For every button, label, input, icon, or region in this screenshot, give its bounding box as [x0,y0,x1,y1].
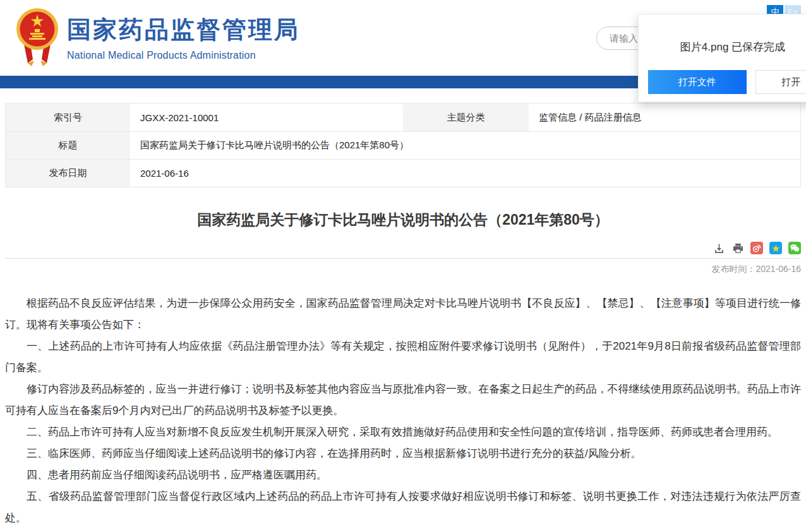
title-value: 国家药监局关于修订卡比马唑片说明书的公告（2021年第80号） [130,131,800,159]
index-number-value: JGXX-2021-10001 [130,103,403,131]
print-icon[interactable] [731,242,744,254]
divider-line [5,258,801,259]
main-content: 索引号 JGXX-2021-10001 主题分类 监管信息 / 药品注册信息 标… [0,103,806,532]
paragraph-item-1-cont: 修订内容涉及药品标签的，应当一并进行修订；说明书及标签其他内容应当与原批准内容一… [5,379,801,422]
topic-category-value: 监管信息 / 药品注册信息 [529,103,800,131]
site-brand: 国家药品监督管理局 National Medical Products Admi… [67,14,300,61]
site-title-english: National Medical Products Administration [67,50,300,61]
paragraph-closing: 特此公告。 [5,529,801,532]
index-number-label: 索引号 [6,103,130,131]
document-info-table: 索引号 JGXX-2021-10001 主题分类 监管信息 / 药品注册信息 标… [5,103,801,187]
qzone-share-icon[interactable]: ★ [769,242,782,254]
national-emblem-logo [15,5,59,68]
publish-time: 发布时间：2021-06-16 [5,264,801,275]
paragraph-item-1: 一、上述药品的上市许可持有人均应依据《药品注册管理办法》等有关规定，按照相应附件… [5,336,801,379]
page: 国家药品监督管理局 National Medical Products Admi… [0,0,806,532]
paragraph-item-5: 五、省级药品监督管理部门应当督促行政区域内上述药品的药品上市许可持有人按要求做好… [5,486,801,529]
paragraph-intro: 根据药品不良反应评估结果，为进一步保障公众用药安全，国家药品监督管理局决定对卡比… [5,293,801,336]
download-complete-popup: 图片4.png 已保存完成 打开文件 打开 [638,14,806,102]
paragraph-item-2: 二、药品上市许可持有人应当对新增不良反应发生机制开展深入研究，采取有效措施做好药… [5,422,801,443]
download-complete-message: 图片4.png 已保存完成 [639,40,806,54]
site-title-chinese: 国家药品监督管理局 [67,14,300,46]
wechat-share-icon[interactable] [788,242,801,254]
paragraph-item-3: 三、临床医师、药师应当仔细阅读上述药品说明书的修订内容，在选择用药时，应当根据新… [5,443,801,464]
title-label: 标题 [6,131,130,159]
popup-button-row: 打开文件 打开 [639,70,806,94]
topic-category-label: 主题分类 [403,103,529,131]
article-toolbar: ★ [5,241,801,255]
publish-date-label: 发布日期 [6,159,130,187]
download-icon[interactable] [713,242,725,254]
paragraph-item-4: 四、患者用药前应当仔细阅读药品说明书，应严格遵医嘱用药。 [5,464,801,486]
open-button[interactable]: 打开 [755,70,806,94]
weibo-share-icon[interactable] [750,242,763,254]
open-file-button[interactable]: 打开文件 [648,70,747,94]
publish-date-value: 2021-06-16 [130,159,800,187]
article-body: 根据药品不良反应评估结果，为进一步保障公众用药安全，国家药品监督管理局决定对卡比… [5,293,801,532]
article-title: 国家药监局关于修订卡比马唑片说明书的公告（2021年第80号） [5,210,801,230]
